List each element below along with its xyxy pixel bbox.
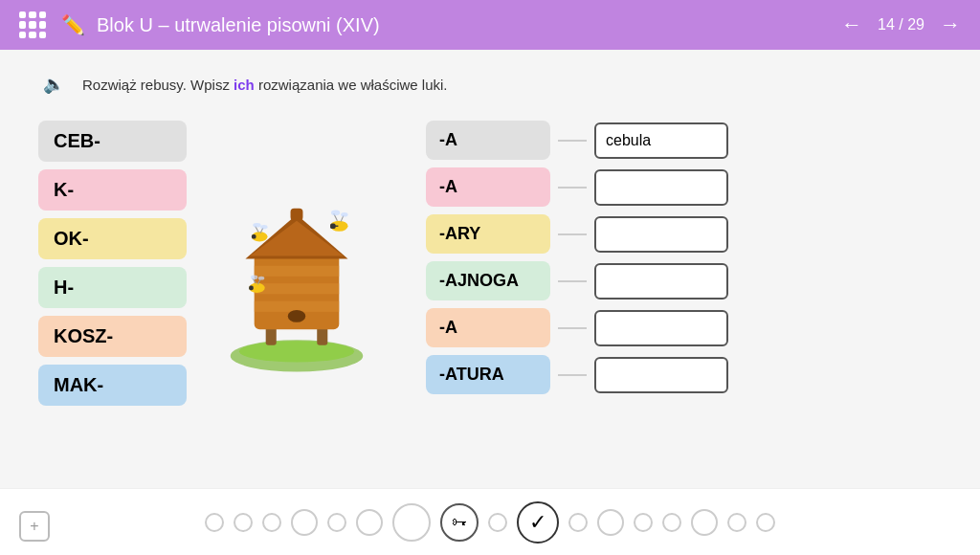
speaker-icon[interactable]: 🔈 [38,69,69,100]
suffix-row-3: -ARY [426,214,942,254]
prefix-ceb: CEB- [38,121,187,162]
svg-point-1 [239,341,354,362]
suffix-row-6: -ATURA [426,355,942,394]
instruction-text: Rozwiąż rebusy. Wpisz ich rozwiązania we… [82,77,448,93]
suffix-row-2: -A [426,167,942,207]
svg-rect-11 [291,209,303,221]
bubble-sm-4 [327,513,346,532]
prefix-mak: MAK- [38,365,187,406]
instruction-row: 🔈 Rozwiąż rebusy. Wpisz ich rozwiązania … [38,69,942,100]
key-icon: 🗝 [452,514,467,531]
grid-menu-icon[interactable] [19,11,46,38]
connector-4 [558,280,587,282]
bubble-sm-10 [756,513,775,532]
bubble-sm-3 [262,513,281,532]
check-button[interactable]: ✓ [517,501,559,544]
add-icon: + [30,518,38,535]
suffix-a1: -A [426,121,550,160]
answer-input-6[interactable] [594,357,728,393]
connector-2 [558,187,587,189]
prefix-kosz: KOSZ- [38,316,187,357]
bubble-sm-2 [234,513,253,532]
navigation: ← 14 / 29 → [841,12,961,37]
answer-input-5[interactable] [594,310,728,346]
bubble-sm-8 [662,513,681,532]
svg-rect-6 [255,283,340,294]
prefix-ok: OK- [38,218,187,259]
answer-input-2[interactable] [594,169,728,206]
bubble-sm-5 [488,513,507,532]
bubble-sm-1 [205,513,224,532]
beehive-illustration [201,148,392,378]
svg-point-8 [288,310,305,322]
bubble-sm-7 [634,513,653,532]
check-icon: ✓ [529,510,546,535]
svg-point-17 [341,212,347,217]
bubble-lg-1 [392,503,431,542]
suffix-ajnoga: -AJNOGA [426,261,550,300]
next-button[interactable]: → [940,12,961,37]
svg-point-22 [253,223,260,228]
answer-input-3[interactable] [594,216,728,253]
key-button[interactable]: 🗝 [440,503,479,542]
bubble-md-1 [291,509,318,536]
bubble-sm-9 [727,513,746,532]
answer-input-4[interactable] [594,263,728,300]
suffix-row-1: -A [426,121,942,160]
connector-5 [558,327,587,329]
main-content: 🔈 Rozwiąż rebusy. Wpisz ich rozwiązania … [0,50,980,488]
prev-button[interactable]: ← [841,12,862,37]
prefix-k: K- [38,169,187,211]
pencil-icon: ✏️ [61,13,85,36]
prefix-h: H- [38,267,187,308]
connector-1 [558,140,587,142]
exercise-area: CEB- K- OK- H- KOSZ- MAK- [38,121,942,406]
svg-rect-20 [252,234,256,239]
connector-6 [558,374,587,376]
bubble-md-3 [597,509,624,536]
header: ✏️ Blok U – utrwalenie pisowni (XIV) ← 1… [0,0,980,50]
bubble-md-4 [691,509,718,536]
connector-3 [558,233,587,235]
image-column [187,121,407,406]
page-title: Blok U – utrwalenie pisowni (XIV) [97,14,841,36]
suffix-a3: -A [426,308,550,347]
page-indicator: 14 / 29 [878,16,924,33]
suffix-atura: -ATURA [426,355,550,394]
svg-point-15 [331,211,340,216]
prefix-column: CEB- K- OK- H- KOSZ- MAK- [38,121,187,406]
svg-point-28 [251,275,257,279]
suffix-a2: -A [426,167,550,207]
suffix-ary: -ARY [426,214,550,254]
svg-point-24 [260,225,267,229]
bubble-md-2 [356,509,383,536]
suffix-row-4: -AJNOGA [426,261,942,300]
svg-rect-5 [255,266,340,277]
suffix-row-5: -A [426,308,942,347]
svg-point-30 [258,277,264,280]
answer-input-1[interactable] [594,122,728,159]
bottom-bar: 🗝 ✓ [0,488,980,555]
add-corner-button[interactable]: + [19,511,50,542]
svg-rect-26 [249,286,254,291]
suffix-column: -A -A -ARY -AJNOG [407,121,942,406]
bubble-sm-6 [568,513,588,532]
